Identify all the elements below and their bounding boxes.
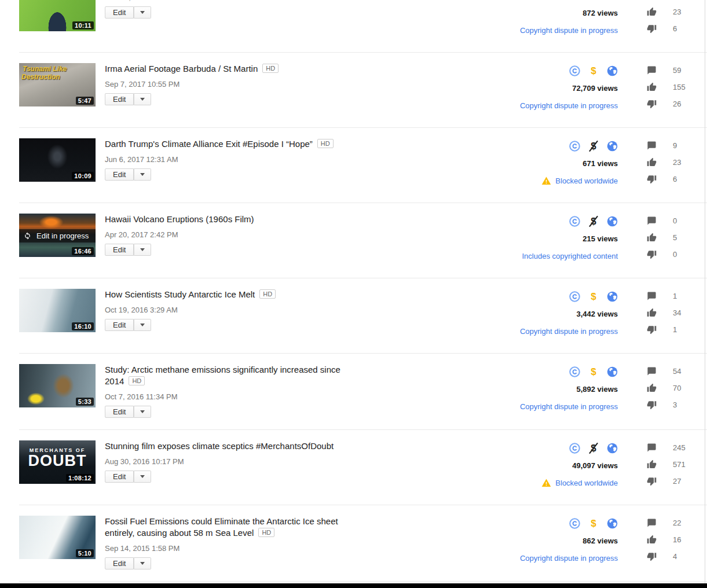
chevron-down-icon bbox=[140, 173, 145, 176]
video-title-link[interactable]: Irma Aerial Footage Barbuda / St Martin bbox=[105, 64, 258, 74]
comments-count: 59 bbox=[673, 66, 681, 75]
edit-dropdown-button[interactable] bbox=[134, 319, 151, 331]
comments-count: 54 bbox=[673, 367, 681, 376]
edit-button[interactable]: Edit bbox=[105, 168, 134, 181]
copyright-icon bbox=[569, 65, 580, 76]
video-title-line: Study: Arctic methane emissions signific… bbox=[105, 364, 355, 387]
dislikes-count: 0 bbox=[673, 250, 677, 259]
monetization-off-icon: $ bbox=[590, 141, 597, 152]
thumbs-up-icon bbox=[647, 233, 657, 242]
status-link[interactable]: Blocked worldwide bbox=[555, 478, 618, 488]
status-link[interactable]: Copyright dispute in progress bbox=[520, 25, 618, 35]
upload-date: Aug 30, 2016 10:17 PM bbox=[105, 457, 537, 466]
video-row: 5:33 Study: Arctic methane emissions sig… bbox=[0, 353, 707, 429]
duration-badge: 16:46 bbox=[72, 247, 94, 255]
edit-button[interactable]: Edit bbox=[105, 6, 134, 19]
edit-button[interactable]: Edit bbox=[105, 244, 134, 256]
status-link[interactable]: Copyright dispute in progress bbox=[520, 101, 618, 111]
edit-button-group: Edit bbox=[105, 93, 151, 105]
comments-icon bbox=[647, 141, 657, 150]
edit-dropdown-button[interactable] bbox=[134, 244, 151, 256]
rights-icons: $ bbox=[520, 65, 618, 76]
thumbs-down-icon bbox=[647, 476, 657, 486]
thumbs-down-icon bbox=[647, 249, 657, 259]
likes-count: 571 bbox=[673, 460, 686, 469]
edit-dropdown-button[interactable] bbox=[134, 6, 151, 19]
video-title-link[interactable]: Darth Trump's Climate Alliance Exit #Epi… bbox=[105, 139, 313, 149]
video-row: 16:10 How Scientists Study Antarctic Ice… bbox=[0, 278, 707, 353]
views-count: 3,442 views bbox=[520, 309, 618, 319]
globe-icon bbox=[607, 518, 618, 529]
chevron-down-icon bbox=[140, 410, 145, 413]
thumbs-up-icon bbox=[647, 535, 657, 545]
video-thumbnail[interactable]: Edit in progress 16:46 bbox=[19, 214, 96, 257]
copyright-icon bbox=[569, 141, 580, 152]
duration-badge: 1:08:12 bbox=[66, 474, 94, 482]
status-line: Copyright dispute in progress bbox=[520, 326, 618, 336]
likes-stat: 34 bbox=[647, 308, 707, 317]
duration-badge: 10:11 bbox=[72, 21, 94, 30]
video-row: 5:10 Fossil Fuel Emissions could Elimina… bbox=[0, 505, 707, 581]
dislikes-stat: 3 bbox=[647, 400, 707, 409]
edit-button-group: Edit bbox=[105, 319, 151, 331]
warning-icon bbox=[541, 176, 551, 186]
thumbs-up-icon bbox=[647, 460, 657, 469]
edit-dropdown-button[interactable] bbox=[134, 93, 151, 105]
video-title-line: Irma Aerial Footage Barbuda / St MartinH… bbox=[105, 63, 355, 75]
monetization-icon: $ bbox=[590, 518, 597, 529]
globe-icon bbox=[607, 141, 618, 152]
status-link[interactable]: Includes copyrighted content bbox=[522, 251, 618, 261]
video-thumbnail[interactable]: 5:33 bbox=[19, 364, 96, 407]
status-link[interactable]: Blocked worldwide bbox=[555, 176, 618, 186]
likes-stat: 571 bbox=[647, 460, 707, 469]
dislikes-count: 1 bbox=[673, 325, 677, 334]
video-thumbnail[interactable]: 10:11 bbox=[19, 0, 96, 31]
thumbs-up-icon bbox=[647, 308, 657, 318]
thumbs-down-icon bbox=[647, 325, 657, 335]
likes-stat: 5 bbox=[647, 233, 707, 242]
monetization-icon: $ bbox=[590, 65, 597, 76]
views-count: 72,709 views bbox=[520, 83, 618, 93]
edit-button[interactable]: Edit bbox=[105, 319, 134, 331]
status-line: Copyright dispute in progress bbox=[520, 101, 618, 111]
rights-icons bbox=[520, 0, 618, 1]
rights-icons: $ bbox=[520, 291, 618, 302]
chevron-down-icon bbox=[140, 11, 145, 14]
video-thumbnail[interactable]: MERCHANTS OF DOUBT 1:08:12 bbox=[19, 440, 96, 484]
status-link[interactable]: Copyright dispute in progress bbox=[520, 326, 618, 336]
video-title-link[interactable]: How Scientists Study Antarctic Ice Melt bbox=[105, 289, 255, 299]
status-line: Blocked worldwide bbox=[541, 478, 618, 488]
video-title-line: Darth Trump's Climate Alliance Exit #Epi… bbox=[105, 138, 355, 150]
comments-count: 245 bbox=[673, 443, 686, 452]
hd-badge: HD bbox=[317, 139, 334, 148]
duration-badge: 16:10 bbox=[72, 322, 94, 330]
thumbs-down-icon bbox=[647, 99, 657, 109]
edit-button[interactable]: Edit bbox=[105, 471, 134, 483]
right-edge-divider bbox=[705, 0, 705, 588]
video-thumbnail[interactable]: Tsunami Like Destruction 5:47 bbox=[19, 63, 96, 106]
edit-dropdown-button[interactable] bbox=[134, 557, 151, 569]
video-thumbnail[interactable]: 5:10 bbox=[19, 516, 96, 559]
video-thumbnail[interactable]: 16:10 bbox=[19, 289, 96, 332]
edit-dropdown-button[interactable] bbox=[134, 406, 151, 418]
chevron-down-icon bbox=[140, 98, 145, 101]
comments-icon bbox=[647, 65, 657, 75]
duration-badge: 5:47 bbox=[76, 97, 94, 105]
video-title-link[interactable]: Hawaii Volcano Eruptions (1960s Film) bbox=[105, 214, 254, 224]
edit-dropdown-button[interactable] bbox=[134, 471, 151, 483]
monetization-icon: $ bbox=[590, 291, 597, 302]
thumbs-up-icon bbox=[647, 383, 657, 393]
status-link[interactable]: Copyright dispute in progress bbox=[520, 402, 618, 411]
edit-in-progress-label: Edit in progress bbox=[36, 231, 89, 240]
video-thumbnail[interactable]: 10:09 bbox=[19, 138, 96, 182]
video-title-link[interactable]: Fossil Fuel Emissions could Eliminate th… bbox=[105, 516, 338, 538]
thumbs-up-icon bbox=[647, 82, 657, 92]
comments-count: 1 bbox=[673, 292, 677, 300]
video-title-link[interactable]: Stunning film exposes climate sceptics #… bbox=[105, 441, 334, 451]
status-link[interactable]: Copyright dispute in progress bbox=[520, 553, 618, 563]
edit-button[interactable]: Edit bbox=[105, 406, 134, 418]
edit-button[interactable]: Edit bbox=[105, 93, 134, 105]
monetization-off-icon: $ bbox=[590, 216, 597, 227]
edit-dropdown-button[interactable] bbox=[134, 168, 151, 181]
edit-button[interactable]: Edit bbox=[105, 557, 134, 569]
